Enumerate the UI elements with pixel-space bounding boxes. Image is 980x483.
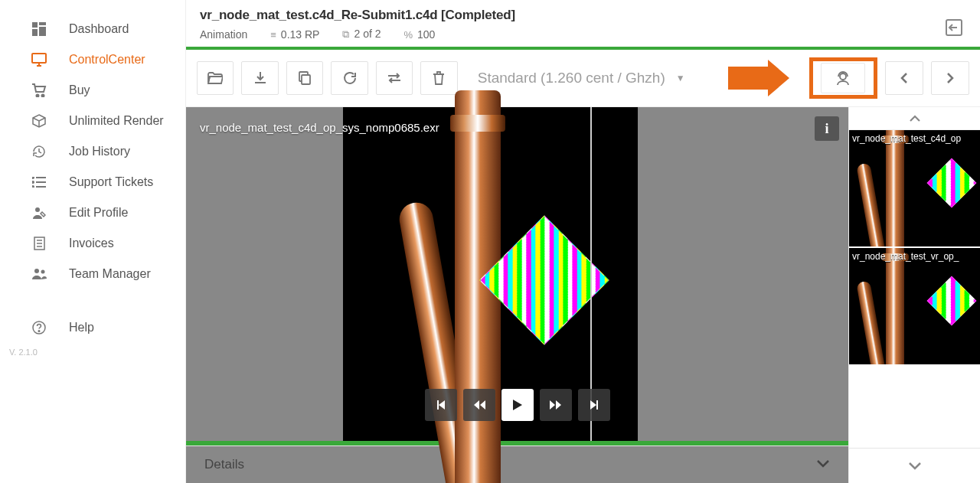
toolbar: Standard (1.260 cent / Ghzh) ▼: [186, 50, 980, 107]
svg-rect-25: [255, 82, 266, 83]
delete-button[interactable]: [420, 61, 457, 95]
cost-select-label: Standard (1.260 cent / Ghzh): [478, 70, 665, 86]
sidebar-item-team[interactable]: Team Manager: [0, 259, 185, 289]
history-icon: [31, 143, 47, 160]
thumbnail-label: vr_node_mat_test_vr_op_: [852, 251, 980, 262]
sidebar-item-label: Dashboard: [69, 22, 129, 36]
user-edit-icon: [31, 204, 47, 221]
collapse-thumbs-button[interactable]: [849, 107, 980, 130]
prev-button[interactable]: [885, 61, 923, 95]
swap-button[interactable]: [376, 61, 413, 95]
info-button[interactable]: i: [815, 116, 839, 141]
play-button[interactable]: [501, 389, 534, 421]
sidebar-item-label: Support Tickets: [69, 175, 153, 189]
svg-rect-1: [39, 22, 46, 25]
download-button[interactable]: [241, 61, 278, 95]
thumbnail-item[interactable]: vr_node_mat_test_c4d_op: [849, 130, 980, 246]
help-icon: [31, 319, 47, 336]
details-label: Details: [204, 457, 244, 472]
sidebar-item-controlcenter[interactable]: ControlCenter: [0, 44, 185, 75]
svg-point-27: [840, 73, 846, 80]
svg-rect-4: [32, 54, 46, 63]
sidebar-item-label: Invoices: [69, 237, 114, 250]
preview-filename: vr_node_mat_test_c4d_op_sys_nomp0685.exr: [200, 121, 439, 134]
svg-point-14: [32, 186, 34, 188]
last-frame-button[interactable]: [578, 389, 610, 421]
sidebar-item-label: Edit Profile: [69, 206, 128, 220]
sidebar-item-label: Help: [69, 321, 94, 335]
svg-rect-3: [32, 29, 38, 36]
sidebar-item-label: Team Manager: [69, 267, 151, 281]
box-icon: [31, 113, 47, 129]
expand-thumbs-button[interactable]: [849, 448, 980, 483]
copy-button[interactable]: [286, 61, 323, 95]
dashboard-icon: [31, 21, 47, 38]
sidebar-item-buy[interactable]: Buy: [0, 75, 185, 106]
header: vr_node_mat_test.c4d_Re-Submit1.c4d [Com…: [186, 0, 980, 47]
svg-rect-0: [32, 22, 38, 28]
file-icon: [31, 235, 47, 252]
sidebar-item-help[interactable]: Help: [0, 312, 185, 343]
cart-icon: [31, 82, 47, 99]
refresh-button[interactable]: [331, 61, 368, 95]
svg-rect-2: [39, 27, 46, 36]
svg-point-23: [38, 331, 40, 332]
sidebar-item-profile[interactable]: Edit Profile: [0, 197, 185, 228]
svg-point-8: [42, 95, 44, 97]
cost-select[interactable]: Standard (1.260 cent / Ghzh) ▼: [466, 61, 697, 95]
job-rp: ≡0.13 RP: [270, 28, 319, 41]
open-folder-button[interactable]: [197, 61, 234, 95]
first-frame-button[interactable]: [425, 389, 457, 421]
sidebar: Dashboard ControlCenter Buy Unlimited Re…: [0, 0, 186, 483]
percent-icon: %: [403, 29, 413, 41]
details-toggle[interactable]: Details: [186, 445, 848, 483]
job-type: Animation: [200, 28, 247, 41]
chevron-down-icon: ▼: [676, 73, 685, 83]
fastforward-button[interactable]: [540, 389, 572, 421]
svg-point-20: [34, 269, 39, 273]
support-highlight: [809, 57, 877, 99]
svg-point-12: [32, 177, 34, 178]
thumbnail-item[interactable]: vr_node_mat_test_vr_op_: [849, 248, 980, 364]
sidebar-item-unlimited[interactable]: Unlimited Render: [0, 106, 185, 136]
sidebar-item-label: Buy: [69, 83, 90, 97]
sidebar-item-dashboard[interactable]: Dashboard: [0, 14, 185, 44]
svg-point-13: [32, 181, 34, 183]
svg-point-7: [37, 95, 39, 97]
thumbnail-label: vr_node_mat_test_c4d_op: [852, 133, 980, 144]
sidebar-item-label: Job History: [69, 145, 130, 158]
preview-panel: vr_node_mat_test_c4d_op_sys_nomp0685.exr…: [186, 107, 848, 483]
callout-arrow: [728, 60, 789, 96]
sidebar-item-label: Unlimited Render: [69, 114, 164, 128]
coin-icon: ≡: [270, 29, 276, 41]
exit-button[interactable]: [945, 18, 963, 40]
monitor-icon: [31, 51, 47, 68]
job-title: vr_node_mat_test.c4d_Re-Submit1.c4d [Com…: [200, 8, 966, 23]
version-text: V. 2.1.0: [0, 348, 185, 357]
main-panel: vr_node_mat_test.c4d_Re-Submit1.c4d [Com…: [186, 0, 980, 483]
svg-rect-26: [302, 75, 310, 84]
sidebar-item-invoices[interactable]: Invoices: [0, 228, 185, 259]
job-percent: %100: [403, 28, 435, 41]
support-agent-button[interactable]: [821, 63, 865, 93]
sidebar-item-label: ControlCenter: [69, 53, 145, 67]
svg-point-21: [41, 270, 45, 274]
job-frames: ⧉2 of 2: [342, 28, 381, 41]
chevron-down-icon: [816, 457, 830, 472]
frames-icon: ⧉: [342, 28, 349, 40]
sidebar-item-support[interactable]: Support Tickets: [0, 167, 185, 197]
team-icon: [31, 266, 47, 282]
rewind-button[interactable]: [463, 389, 495, 421]
thumbnail-panel: vr_node_mat_test_c4d_op vr_node_mat_test…: [848, 107, 980, 483]
svg-point-15: [35, 207, 40, 212]
next-button[interactable]: [931, 61, 969, 95]
playback-controls: [425, 389, 610, 421]
list-icon: [31, 174, 47, 191]
sidebar-item-jobhistory[interactable]: Job History: [0, 136, 185, 167]
